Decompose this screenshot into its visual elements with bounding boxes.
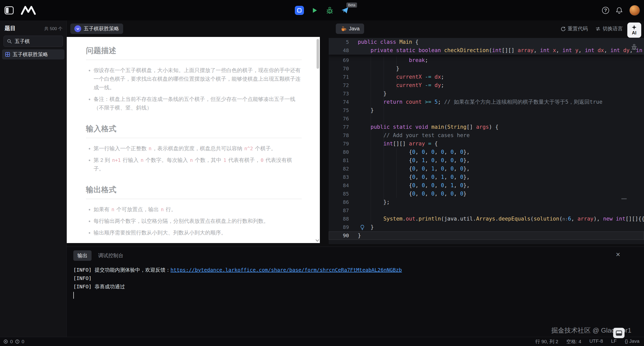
- code-line[interactable]: 79 int[][] array = {: [329, 140, 644, 148]
- bell-icon[interactable]: [616, 7, 623, 14]
- language-tab-java[interactable]: Java: [336, 24, 364, 34]
- line-number: 79: [329, 140, 349, 148]
- section-heading: 输入格式: [86, 124, 302, 138]
- bullet-item: 输出顺序需要按照行数从小到大、列数从小到大的顺序。: [94, 228, 302, 237]
- console-tabs: 输出 调试控制台: [67, 247, 644, 261]
- language-tab-label: Java: [349, 26, 360, 32]
- code-line[interactable]: 90 }: [329, 231, 644, 240]
- build-button[interactable]: [295, 6, 304, 15]
- sticky-code-line[interactable]: 48 private static boolean checkDirection…: [329, 46, 644, 55]
- code-area[interactable]: 69 break; 70 } 71 currentX -= dx;: [329, 38, 644, 244]
- code-line[interactable]: 80 {0, 0, 0, 0, 0, 0},: [329, 148, 644, 156]
- code-line[interactable]: 85 {0, 0, 0, 0, 0, 0}: [329, 190, 644, 198]
- indent-guide: [384, 56, 384, 206]
- switch-language-button[interactable]: 切换语言: [595, 25, 623, 32]
- top-bar: Beta ?: [0, 0, 644, 20]
- tab-output[interactable]: 输出: [73, 250, 92, 261]
- code-text: public class Main {: [349, 38, 418, 46]
- top-bar-left: [0, 5, 36, 15]
- code-line[interactable]: 69 break;: [329, 56, 644, 64]
- problem-tab[interactable]: 五子棋获胜策略: [70, 24, 123, 34]
- sidebar-toggle-icon[interactable]: [5, 6, 14, 14]
- line-number: 84: [329, 181, 349, 190]
- status-item[interactable]: UTF-8: [589, 338, 603, 345]
- console-panel: 输出 调试控制台 × [INFO] 提交功能内测体验中，欢迎反馈：https:/…: [67, 247, 644, 337]
- tab-debug-console[interactable]: 调试控制台: [96, 250, 126, 261]
- bug-report-icon[interactable]: [631, 44, 637, 50]
- code-line[interactable]: 72 currentY -= dy;: [329, 81, 644, 90]
- code-line[interactable]: 82 {0, 0, 1, 0, 0, 0},: [329, 165, 644, 173]
- code-line[interactable]: 89 }: [329, 223, 644, 231]
- sidebar-item-problem[interactable]: 五子棋获胜策略: [2, 49, 64, 59]
- sparkle-icon: [631, 25, 637, 30]
- code-line[interactable]: 87: [329, 206, 644, 215]
- doc-scrollbar[interactable]: [317, 39, 319, 69]
- code-line[interactable]: 78 // Add your test cases here: [329, 131, 644, 140]
- indent-guide: [371, 56, 371, 223]
- log-line: [INFO] 恭喜成功通过: [73, 283, 644, 291]
- code-line[interactable]: 75 }: [329, 106, 644, 115]
- log-line: [INFO]: [73, 274, 644, 283]
- ai-assistant-button[interactable]: AI: [627, 23, 641, 38]
- board-grid-icon: [5, 52, 10, 57]
- code-line[interactable]: 86 };: [329, 198, 644, 206]
- status-item[interactable]: {} Java: [625, 338, 639, 345]
- status-item[interactable]: 行 90, 列 2: [535, 338, 558, 345]
- bullet-item: 如果有 n 个可放置点，输出 n 行。: [94, 205, 302, 214]
- line-number: 71: [329, 73, 349, 81]
- code-line[interactable]: 84 {0, 0, 0, 0, 1, 0},: [329, 181, 644, 190]
- line-number: 82: [329, 165, 349, 173]
- code-line[interactable]: 73 }: [329, 90, 644, 98]
- code-text: }: [349, 64, 399, 73]
- bullet-item: 每行输出两个数字，以空格分隔，分别代表放置点在棋盘上的行数和列数。: [94, 217, 302, 225]
- status-right: 行 90, 列 2空格: 4UTF-8LF{} Java: [535, 338, 644, 345]
- scrollbar-indicator[interactable]: [621, 198, 627, 199]
- collapse-icon: [74, 25, 81, 32]
- status-item[interactable]: LF: [611, 338, 617, 345]
- section-input-format: 输入格式 第一行输入一个正整数 n，表示棋盘的宽度，棋盘总共可以容纳 n^2 个…: [86, 124, 302, 173]
- status-item[interactable]: 空格: 4: [566, 338, 581, 345]
- code-line[interactable]: 70 }: [329, 64, 644, 73]
- code-text: [349, 206, 358, 215]
- code-text: {0, 0, 0, 0, 0, 0}: [349, 190, 467, 198]
- code-line[interactable]: 81 {0, 1, 0, 0, 0, 0},: [329, 156, 644, 165]
- reset-code-button[interactable]: 重置代码: [561, 25, 588, 32]
- line-number: 69: [329, 56, 349, 64]
- code-text: }: [349, 106, 374, 115]
- sidebar-title: 题目: [5, 25, 16, 32]
- problems-status[interactable]: 0 0: [0, 339, 24, 344]
- run-button[interactable]: [310, 6, 319, 15]
- code-line[interactable]: 83 {0, 0, 0, 1, 0, 0},: [329, 173, 644, 181]
- avatar[interactable]: [629, 5, 640, 16]
- java-icon: [340, 26, 346, 32]
- help-icon[interactable]: ?: [602, 7, 609, 14]
- marscode-logo[interactable]: [20, 5, 36, 15]
- code-line[interactable]: 88 System.out.println(java.util.Arrays.d…: [329, 215, 644, 223]
- line-number: 87: [329, 206, 349, 215]
- debug-button[interactable]: [325, 6, 334, 15]
- sticky-code-line[interactable]: 5 public class Main {: [329, 38, 644, 46]
- code-line[interactable]: 77 public static void main(String[] args…: [329, 123, 644, 131]
- code-line[interactable]: 71 currentX -= dx;: [329, 73, 644, 81]
- code-text: {0, 0, 1, 0, 0, 0},: [349, 165, 470, 173]
- console-logs: [INFO] 提交功能内测体验中，欢迎反馈：https://bytedance.…: [73, 266, 644, 291]
- close-icon[interactable]: ×: [614, 250, 622, 258]
- code-line[interactable]: 74 return count >= 5; // 如果在某个方向上连续相同的棋子…: [329, 98, 644, 106]
- run-toolbar: Beta: [295, 0, 349, 20]
- editor-header: Java 重置代码 切换语言: [336, 24, 623, 34]
- search-input[interactable]: [14, 38, 55, 45]
- switch-icon: [595, 26, 601, 31]
- line-number: 75: [329, 106, 349, 115]
- panel-toggle-button[interactable]: [613, 328, 625, 338]
- feedback-link[interactable]: https://bytedance.larkoffice.com/share/b…: [170, 267, 402, 273]
- submit-button[interactable]: Beta: [340, 6, 349, 15]
- scroll-down-icon[interactable]: [315, 239, 319, 242]
- line-number: 90: [329, 231, 349, 240]
- code-text: {0, 0, 0, 1, 0, 0},: [349, 173, 470, 181]
- line-number: 72: [329, 81, 349, 90]
- app-root: Beta ? 题目 共 500 个: [0, 0, 644, 346]
- lightbulb-icon[interactable]: [359, 224, 365, 230]
- code-line[interactable]: 76: [329, 115, 644, 123]
- top-bar-right: ?: [602, 5, 640, 16]
- search-box[interactable]: [4, 36, 63, 47]
